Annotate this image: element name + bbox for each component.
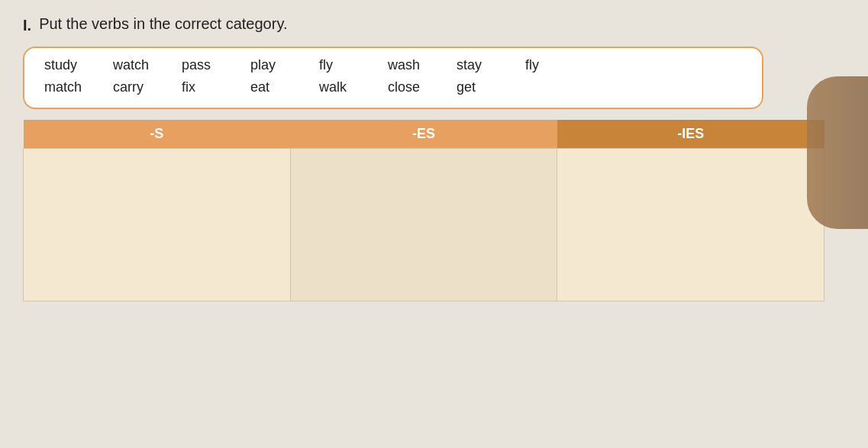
word-carry: carry xyxy=(108,78,177,97)
word-fly-1: fly xyxy=(315,56,383,75)
hand-decoration xyxy=(807,76,868,229)
word-wash: wash xyxy=(383,56,452,75)
word-pass: pass xyxy=(177,56,246,75)
word-play: play xyxy=(246,56,315,75)
word-study: study xyxy=(40,56,108,75)
word-close: close xyxy=(383,78,452,97)
word-box-row-1: study watch pass play fly wash stay fly xyxy=(40,56,747,75)
table-wrapper: -S -ES -IES xyxy=(23,120,824,301)
word-get: get xyxy=(452,78,521,97)
category-table: -S -ES -IES xyxy=(23,120,824,301)
word-watch: watch xyxy=(108,56,177,75)
word-box: study watch pass play fly wash stay fly … xyxy=(23,47,763,109)
word-stay: stay xyxy=(452,56,521,75)
word-fly-2: fly xyxy=(521,56,589,75)
word-box-row-2: match carry fix eat walk close get xyxy=(40,78,747,97)
word-match: match xyxy=(40,78,108,97)
cell-s xyxy=(24,149,291,301)
table-header-row: -S -ES -IES xyxy=(24,120,824,149)
cell-ies xyxy=(557,149,824,301)
instruction-row: I. Put the verbs in the correct category… xyxy=(23,15,845,34)
word-walk: walk xyxy=(315,78,383,97)
cell-es xyxy=(290,149,557,301)
word-eat: eat xyxy=(246,78,315,97)
instruction-text: Put the verbs in the correct category. xyxy=(39,15,287,33)
header-ies: -IES xyxy=(557,120,824,149)
table-body-row xyxy=(24,149,824,301)
word-fix: fix xyxy=(177,78,246,97)
header-es: -ES xyxy=(290,120,557,149)
instruction-number: I. xyxy=(23,17,31,34)
page-container: I. Put the verbs in the correct category… xyxy=(0,0,868,448)
header-s: -S xyxy=(24,120,291,149)
